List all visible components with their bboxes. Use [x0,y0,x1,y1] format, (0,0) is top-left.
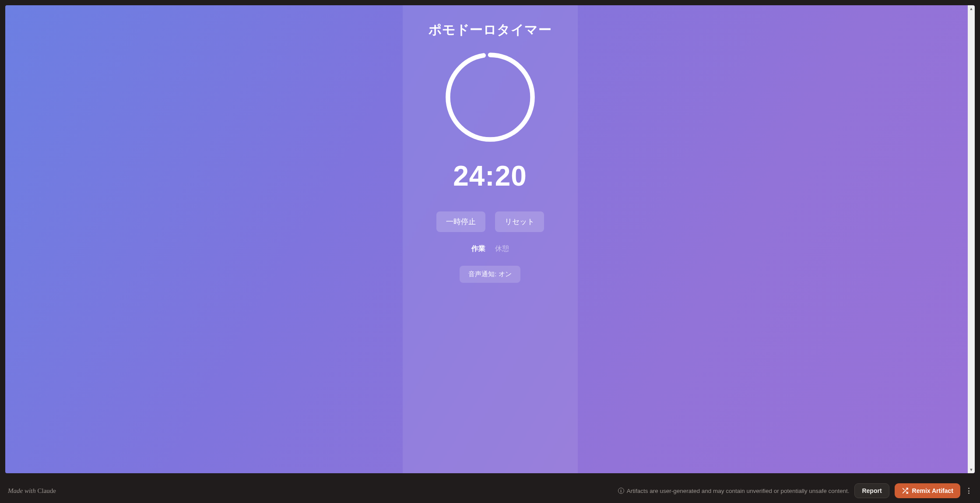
vertical-dots-icon [968,488,969,494]
remix-label: Remix Artifact [912,487,953,494]
control-row: 一時停止 リセット [436,211,544,232]
time-display: 24:20 [453,160,527,192]
progress-arc [448,55,532,139]
made-with-claude-link[interactable]: Made with Claude [8,487,56,495]
sound-toggle-button[interactable]: 音声通知: オン [460,266,520,283]
info-icon: i [618,488,624,494]
artifact-viewport: ポモドーロタイマー 24:20 一時停止 リセット 作業 休憩 音声通知: オン… [5,5,975,473]
progress-ring [444,51,536,143]
shuffle-icon [902,487,909,494]
scrollbar[interactable]: ▲ ▼ [968,5,975,473]
mode-work[interactable]: 作業 [471,244,485,253]
made-with-brand: Claude [38,487,56,494]
svg-line-2 [903,489,904,490]
app-frame: ポモドーロタイマー 24:20 一時停止 リセット 作業 休憩 音声通知: オン… [0,0,980,478]
mode-break[interactable]: 休憩 [495,244,509,253]
warning-label: Artifacts are user-generated and may con… [627,488,850,494]
pause-button[interactable]: 一時停止 [436,211,485,232]
scrollbar-up-icon[interactable]: ▲ [968,5,975,12]
report-button[interactable]: Report [854,483,889,498]
reset-button[interactable]: リセット [495,211,544,232]
scrollbar-down-icon[interactable]: ▼ [968,466,975,473]
app-title: ポモドーロタイマー [429,21,552,39]
made-with-prefix: Made with [8,487,38,494]
pomodoro-card: ポモドーロタイマー 24:20 一時停止 リセット 作業 休憩 音声通知: オン [403,5,578,473]
footer-bar: Made with Claude i Artifacts are user-ge… [0,478,980,503]
mode-row: 作業 休憩 [471,244,509,253]
more-menu-button[interactable] [966,485,972,496]
warning-text: i Artifacts are user-generated and may c… [618,488,850,494]
remix-button[interactable]: Remix Artifact [895,483,960,498]
progress-ring-svg [444,51,536,143]
